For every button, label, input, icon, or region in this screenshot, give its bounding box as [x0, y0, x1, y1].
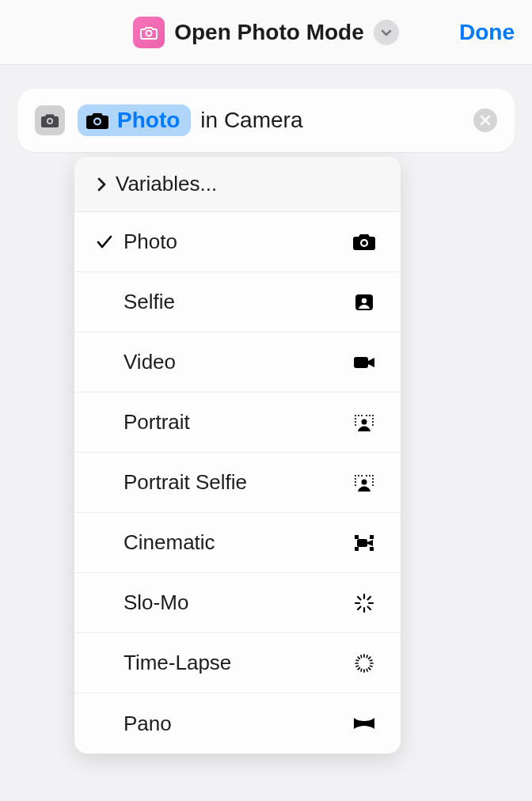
clear-button[interactable] — [473, 108, 497, 132]
checkmark-icon — [97, 235, 112, 249]
mode-parameter-pill[interactable]: Photo — [78, 104, 191, 136]
camera-icon — [86, 111, 109, 130]
done-button[interactable]: Done — [459, 20, 515, 45]
option-label: Video — [124, 350, 350, 374]
mode-pill-label: Photo — [117, 108, 180, 133]
svg-point-4 — [95, 120, 100, 124]
cinematic-icon — [350, 533, 378, 553]
option-label: Photo — [124, 230, 350, 254]
option-slo-mo[interactable]: Slo-Mo — [74, 573, 401, 633]
action-suffix-text: in Camera — [200, 108, 302, 133]
option-label: Portrait Selfie — [124, 470, 350, 495]
header-center: Open Photo Mode — [133, 17, 399, 48]
option-label: Portrait — [124, 410, 350, 435]
option-photo[interactable]: Photo — [74, 212, 401, 272]
check-slot — [97, 235, 124, 249]
portrait-icon — [350, 473, 378, 493]
camera-icon — [350, 232, 378, 252]
option-selfie[interactable]: Selfie — [74, 272, 401, 332]
selfie-icon — [350, 292, 378, 313]
option-label: Pano — [124, 712, 350, 736]
variables-label: Variables... — [116, 172, 217, 196]
option-video[interactable]: Video — [74, 332, 401, 393]
option-label: Slo-Mo — [124, 590, 350, 615]
option-label: Selfie — [124, 290, 350, 314]
option-time-lapse[interactable]: Time-Lapse — [74, 633, 401, 693]
variables-row[interactable]: Variables... — [74, 157, 401, 212]
chevron-right-icon — [97, 177, 106, 192]
mode-dropdown: Variables... PhotoSelfieVideoPortraitPor… — [74, 157, 401, 754]
chevron-down-icon — [380, 26, 393, 39]
header-title: Open Photo Mode — [174, 20, 364, 45]
slomo-icon — [350, 593, 378, 613]
option-label: Cinematic — [124, 530, 350, 555]
video-icon — [350, 352, 378, 373]
svg-point-0 — [146, 30, 152, 36]
action-row: Photo in Camera — [17, 89, 515, 152]
timelapse-icon — [350, 653, 378, 674]
option-portrait[interactable]: Portrait — [74, 393, 401, 453]
option-cinematic[interactable]: Cinematic — [74, 513, 401, 573]
expand-button[interactable] — [374, 20, 399, 45]
camera-badge-icon — [35, 105, 65, 135]
option-pano[interactable]: Pano — [74, 693, 401, 754]
header-bar: Open Photo Mode Done — [0, 0, 532, 65]
camera-app-icon — [133, 17, 165, 48]
option-label: Time-Lapse — [124, 651, 350, 675]
content-area: Photo in Camera Variables... PhotoSelfie… — [0, 65, 532, 777]
svg-point-2 — [48, 120, 51, 123]
portrait-icon — [350, 412, 378, 433]
pano-icon — [350, 713, 378, 734]
option-portrait-selfie[interactable]: Portrait Selfie — [74, 453, 401, 513]
close-icon — [480, 115, 491, 126]
